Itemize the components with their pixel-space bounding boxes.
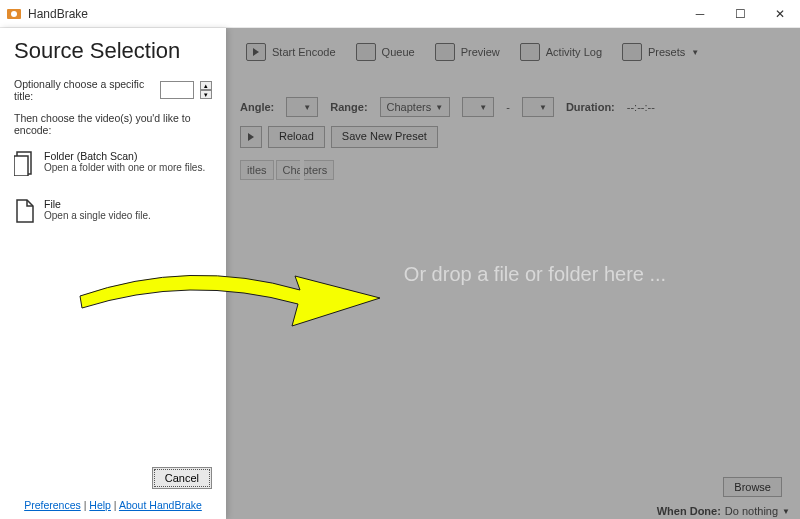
drop-zone[interactable]: Or drop a file or folder here ...	[300, 152, 770, 396]
panel-heading: Source Selection	[14, 38, 212, 64]
titlebar: HandBrake ─ ☐ ✕	[0, 0, 800, 28]
file-option-desc: Open a single video file.	[44, 210, 151, 221]
folder-option-desc: Open a folder with one or more files.	[44, 162, 205, 173]
file-icon	[14, 198, 36, 224]
cancel-button[interactable]: Cancel	[152, 467, 212, 489]
file-option-label: File	[44, 198, 151, 210]
maximize-button[interactable]: ☐	[720, 0, 760, 28]
folder-option[interactable]: Folder (Batch Scan) Open a folder with o…	[14, 150, 212, 176]
folder-option-label: Folder (Batch Scan)	[44, 150, 205, 162]
help-link[interactable]: Help	[89, 499, 111, 511]
title-number-input[interactable]	[160, 81, 194, 99]
minimize-button[interactable]: ─	[680, 0, 720, 28]
about-link[interactable]: About HandBrake	[119, 499, 202, 511]
file-option[interactable]: File Open a single video file.	[14, 198, 212, 224]
source-selection-panel: Source Selection Optionally choose a spe…	[0, 28, 226, 519]
close-button[interactable]: ✕	[760, 0, 800, 28]
optional-title-label: Optionally choose a specific title:	[14, 78, 154, 102]
title-spinner[interactable]: ▴▾	[200, 81, 212, 99]
folder-icon	[14, 150, 36, 176]
window-title: HandBrake	[28, 7, 680, 21]
app-icon	[6, 6, 22, 22]
panel-links: Preferences | Help | About HandBrake	[14, 499, 212, 511]
preferences-link[interactable]: Preferences	[24, 499, 81, 511]
svg-rect-3	[14, 156, 28, 176]
svg-point-1	[11, 11, 17, 17]
then-choose-label: Then choose the video(s) you'd like to e…	[14, 112, 212, 136]
drop-zone-text: Or drop a file or folder here ...	[404, 263, 666, 286]
